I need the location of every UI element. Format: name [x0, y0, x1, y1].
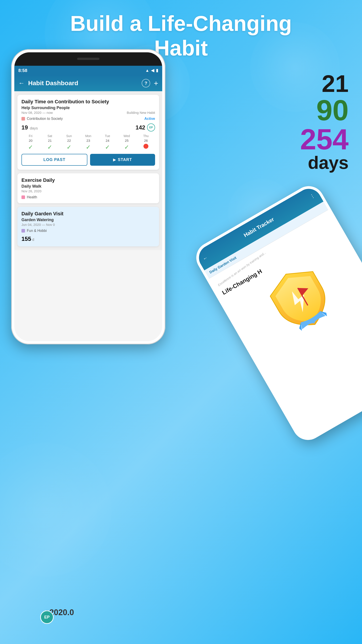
- habit-title-3: Daily Garden Visit: [21, 211, 155, 217]
- week-day-num: 25: [117, 139, 136, 142]
- number-254: 254: [300, 125, 349, 154]
- action-buttons-1: LOG PAST ▶ START: [21, 154, 155, 166]
- check-icon: ✓: [79, 144, 97, 151]
- category-color-dot-2: [21, 196, 25, 199]
- week-day-num: 24: [98, 139, 117, 142]
- category-color-dot-1: [21, 117, 25, 120]
- phone-top-bar: [14, 52, 162, 66]
- check-icon: ✓: [60, 144, 78, 151]
- week-col-22: Sun 22 ✓: [60, 134, 78, 151]
- phone2-menu-icon: ⋮: [309, 192, 316, 200]
- days-label: days: [300, 154, 349, 172]
- log-past-button[interactable]: LOG PAST: [21, 154, 87, 166]
- habit-subtitle-1: Help Surrounding People: [21, 106, 155, 110]
- week-day-num: 26: [137, 139, 155, 142]
- signal-icon: ◀: [151, 68, 154, 73]
- phone-camera: [43, 57, 48, 62]
- week-day-name: Mon: [79, 134, 97, 138]
- habit-date-1: Nov 08, 2020 — now: [21, 111, 53, 114]
- days-count-3: 155: [21, 236, 31, 242]
- category-label-1: Contribution to Society: [27, 117, 63, 121]
- battery-icon: ▮: [156, 68, 158, 73]
- week-col-20: Fri 20 ✓: [21, 134, 40, 151]
- phone-frame-primary: 8:58 ▲ ◀ ▮ ← Habit Dashboard ? + Daily T…: [11, 49, 165, 344]
- start-button[interactable]: ▶ START: [90, 154, 155, 166]
- back-button[interactable]: ←: [18, 80, 24, 87]
- check-icon: ✓: [21, 144, 40, 151]
- week-col-21: Sat 21 ✓: [41, 134, 59, 151]
- check-icon: ✓: [98, 144, 117, 151]
- week-day-num: 23: [79, 139, 97, 142]
- check-icon: ✓: [41, 144, 59, 151]
- habit-date-3: Jun 04, 2020 — Nov 0: [21, 223, 155, 226]
- wifi-icon: ▲: [145, 68, 149, 73]
- week-col-26: Thu 26: [137, 134, 155, 151]
- week-col-23: Mon 23 ✓: [79, 134, 97, 151]
- week-day-num: 22: [60, 139, 78, 142]
- habit-category-3: Fun & Hobbi: [21, 229, 155, 233]
- status-time: 8:58: [18, 68, 145, 73]
- habit-days-3: 155 d: [21, 236, 155, 242]
- week-day-name: Sat: [41, 134, 59, 138]
- week-col-25: Wed 25 ✓: [117, 134, 136, 151]
- week-day-name: Sun: [60, 134, 78, 138]
- category-color-dot-3: [21, 229, 25, 232]
- habit-title-2: Exercise Daily: [21, 177, 155, 183]
- status-badge-1: Active: [144, 117, 155, 121]
- week-grid-1: Fri 20 ✓ Sat 21 ✓ Sun 22 ✓ Mon 23 ✓ Tue …: [21, 134, 155, 151]
- week-col-24: Tue 24 ✓: [98, 134, 117, 151]
- week-day-name: Fri: [21, 134, 40, 138]
- habit-date-2: Nov 26, 2020: [21, 189, 155, 193]
- days-count-row-1: 19 days: [21, 124, 38, 131]
- app-header: ← Habit Dashboard ? +: [14, 75, 162, 91]
- help-button[interactable]: ?: [142, 79, 150, 88]
- ep-badge-1: EP: [147, 124, 155, 132]
- ep-row-1: 142 EP: [136, 124, 155, 132]
- habit-card-3: Daily Garden Visit Garden Watering Jun 0…: [17, 207, 159, 246]
- add-button[interactable]: +: [154, 79, 158, 88]
- habit-type-1: Building New Habit: [127, 111, 155, 114]
- week-day-num: 21: [41, 139, 59, 142]
- number-90: 90: [300, 96, 349, 125]
- days-count-1: 19: [21, 124, 28, 131]
- days-label-1: days: [30, 126, 38, 130]
- ep-badge-bottom: EP: [40, 610, 54, 624]
- phone2-back-icon: ←: [202, 254, 209, 262]
- status-bar: 8:58 ▲ ◀ ▮: [14, 66, 162, 75]
- today-dot: [143, 144, 148, 149]
- days-label-3: d: [32, 238, 34, 242]
- start-label: START: [118, 158, 132, 162]
- side-numbers: 21 90 254 days: [300, 72, 349, 172]
- habit-subtitle-3: Garden Watering: [21, 218, 155, 222]
- play-icon: ▶: [113, 158, 116, 162]
- status-icons: ▲ ◀ ▮: [145, 68, 158, 73]
- week-day-num: 20: [21, 139, 40, 142]
- headline-line1: Build a Life-Changing: [0, 11, 362, 36]
- habit-subtitle-2: Daily Walk: [21, 184, 155, 189]
- ep-label-1: EP: [149, 126, 153, 129]
- category-label-2: Health: [27, 195, 37, 199]
- week-day-name: Tue: [98, 134, 117, 138]
- category-label-3: Fun & Hobbi: [27, 229, 47, 233]
- check-icon: ✓: [117, 144, 136, 151]
- habit-card-1: Daily Time on Contribution to Society He…: [17, 95, 159, 170]
- number-21: 21: [300, 72, 349, 96]
- phone-frame-secondary: ← Habit Tracker ⋮ Daily Garden Visit Exc…: [191, 180, 362, 446]
- phone-speaker: [77, 58, 99, 60]
- week-day-name: Thu: [137, 134, 155, 138]
- ep-count-1: 142: [136, 124, 145, 131]
- habit-card-2: Exercise Daily Daily Walk Nov 26, 2020 H…: [17, 173, 159, 203]
- week-day-name: Wed: [117, 134, 136, 138]
- habit-category-1: Contribution to Society: [21, 117, 63, 121]
- habit-title-1: Daily Time on Contribution to Society: [21, 99, 155, 105]
- habit-category-2: Health: [21, 195, 155, 199]
- app-content: Daily Time on Contribution to Society He…: [14, 91, 162, 250]
- app-title: Habit Dashboard: [28, 80, 138, 87]
